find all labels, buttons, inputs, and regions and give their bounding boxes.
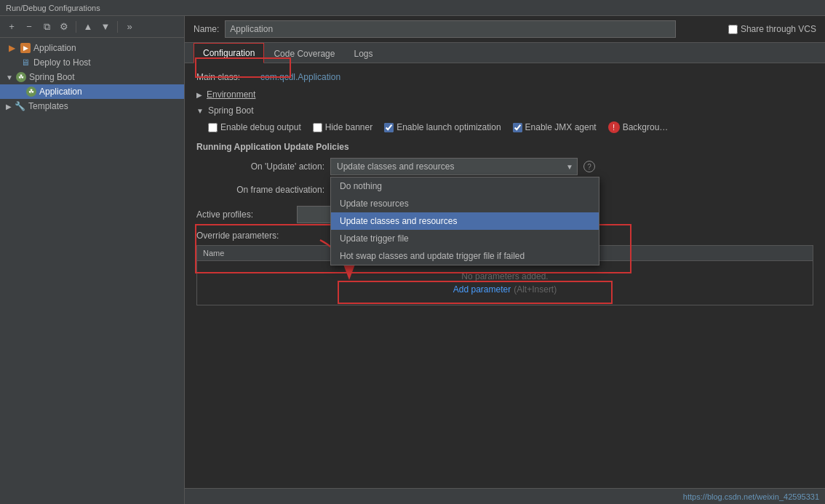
content-area: Name: Share through VCS Configuration Co…: [185, 16, 825, 504]
springboot-section-header[interactable]: ▼ Spring Boot: [196, 105, 813, 116]
on-update-dropdown[interactable]: Update classes and resources: [330, 158, 578, 175]
debug-output-checkbox[interactable]: [208, 123, 218, 132]
config-panel: Main class: com.qcdl.Application ▶ Envir…: [185, 63, 825, 488]
environment-section-header[interactable]: ▶ Environment: [196, 89, 813, 100]
springboot-section-arrow-icon: ▼: [196, 107, 204, 115]
title-bar-text: Run/Debug Configurations: [6, 4, 100, 12]
background-option[interactable]: ! Backgrou…: [608, 121, 669, 133]
on-update-row: On 'Update' action: Update classes and r…: [196, 158, 813, 175]
on-update-help-icon[interactable]: ?: [583, 161, 595, 172]
share-vcs-label: Share through VCS: [741, 24, 816, 34]
sidebar-item-springboot-application[interactable]: ☘ Application: [0, 84, 184, 99]
app-icon: ▶: [6, 43, 17, 53]
main-class-label: Main class:: [196, 72, 255, 82]
tab-code-coverage[interactable]: Code Coverage: [264, 44, 344, 63]
option-update-resources[interactable]: Update resources: [331, 195, 599, 212]
name-label: Name:: [194, 24, 219, 34]
sidebar: + − ⧉ ⚙ ▲ ▼ » ▶ ▶ Application 🖥 D: [0, 16, 185, 504]
springboot-section-label: Spring Boot: [208, 105, 254, 116]
option-update-classes-resources-item[interactable]: Update classes and resources: [331, 212, 599, 230]
debug-output-option[interactable]: Enable debug output: [208, 122, 301, 132]
sidebar-label-springboot: Spring Boot: [29, 72, 75, 82]
warning-icon: !: [608, 121, 620, 133]
jmx-agent-label: Enable JMX agent: [525, 122, 597, 132]
sidebar-tree: ▶ ▶ Application 🖥 Deploy to Host ▼ ☘ Spr…: [0, 38, 184, 504]
option-do-nothing[interactable]: Do nothing: [331, 177, 599, 195]
no-params-text: No parameters added.: [461, 271, 548, 281]
springboot-section: ▼ Spring Boot Enable debug output Hide b…: [196, 105, 813, 133]
sidebar-label-springboot-app: Application: [39, 87, 82, 97]
sidebar-item-deploy[interactable]: 🖥 Deploy to Host: [0, 55, 184, 70]
sidebar-item-application[interactable]: ▶ ▶ Application: [0, 41, 184, 55]
update-policies-section: Running Application Update Policies On '…: [196, 142, 813, 199]
springboot-icon: ☘: [16, 72, 26, 82]
templates-arrow-icon: ▶: [6, 103, 12, 111]
sidebar-label-templates: Templates: [28, 101, 68, 111]
share-vcs-checkbox[interactable]: [728, 25, 738, 34]
sidebar-item-templates[interactable]: ▶ 🔧 Templates: [0, 99, 184, 113]
settings-button[interactable]: ⚙: [57, 20, 71, 34]
on-update-dropdown-menu: Do nothing Update resources Update class…: [330, 177, 599, 265]
name-input[interactable]: [225, 20, 676, 38]
debug-output-label: Enable debug output: [220, 122, 301, 132]
params-table-empty: No parameters added. Add parameter (Alt+…: [197, 261, 813, 305]
launch-optimization-option[interactable]: Enable launch optimization: [384, 122, 501, 132]
hide-banner-option[interactable]: Hide banner: [313, 122, 372, 132]
main-class-value: com.qcdl.Application: [260, 72, 340, 82]
environment-arrow-icon: ▶: [196, 91, 202, 99]
springboot-app-icon: ☘: [26, 87, 36, 97]
launch-optimization-checkbox[interactable]: [384, 123, 394, 132]
separator: [76, 21, 76, 33]
add-param-hint: (Alt+Insert): [514, 284, 557, 295]
up-button[interactable]: ▲: [81, 20, 95, 34]
status-bar: https://blog.csdn.net/weixin_42595331: [185, 488, 825, 504]
separator2: [117, 21, 118, 33]
sidebar-label-deploy: Deploy to Host: [33, 57, 91, 68]
tab-configuration[interactable]: Configuration: [194, 43, 264, 63]
share-checkbox-area: Share through VCS: [728, 24, 816, 34]
deploy-icon: 🖥: [20, 57, 31, 68]
templates-folder-icon: 🔧: [15, 101, 25, 111]
sidebar-label-application: Application: [33, 43, 76, 53]
sidebar-toolbar: + − ⧉ ⚙ ▲ ▼ »: [0, 16, 184, 38]
option-hot-swap[interactable]: Hot swap classes and update trigger file…: [331, 247, 599, 265]
active-profiles-label: Active profiles:: [196, 209, 291, 220]
name-bar: Name: Share through VCS: [185, 16, 825, 43]
main-class-row: Main class: com.qcdl.Application: [196, 72, 813, 82]
springboot-arrow-icon: ▼: [6, 73, 13, 81]
expand-button[interactable]: »: [122, 20, 137, 34]
title-bar: Run/Debug Configurations: [0, 0, 825, 16]
add-param-link[interactable]: Add parameter: [453, 284, 511, 295]
update-policies-title: Running Application Update Policies: [196, 142, 813, 152]
sidebar-item-springboot[interactable]: ▼ ☘ Spring Boot: [0, 70, 184, 84]
remove-button[interactable]: −: [22, 20, 36, 34]
environment-label: Environment: [207, 89, 255, 100]
tabs-bar: Configuration Code Coverage Logs: [185, 43, 825, 63]
jmx-agent-option[interactable]: Enable JMX agent: [513, 122, 597, 132]
hide-banner-label: Hide banner: [325, 122, 372, 132]
on-update-dropdown-wrapper: Update classes and resources ▼ Do nothin…: [330, 158, 578, 175]
background-label: Backgrou…: [623, 122, 669, 132]
jmx-agent-checkbox[interactable]: [513, 123, 522, 132]
down-button[interactable]: ▼: [98, 20, 113, 34]
hide-banner-checkbox[interactable]: [313, 123, 322, 132]
on-update-label: On 'Update' action:: [208, 161, 324, 172]
copy-button[interactable]: ⧉: [39, 20, 54, 34]
option-update-trigger-file[interactable]: Update trigger file: [331, 230, 599, 247]
on-frame-label: On frame deactivation:: [208, 185, 324, 195]
springboot-options: Enable debug output Hide banner Enable l…: [196, 121, 813, 133]
status-bar-url: https://blog.csdn.net/weixin_42595331: [683, 492, 819, 501]
launch-optimization-label: Enable launch optimization: [396, 122, 501, 132]
application-run-icon: ▶: [20, 43, 31, 53]
add-button[interactable]: +: [4, 20, 19, 34]
tab-logs[interactable]: Logs: [344, 44, 382, 63]
